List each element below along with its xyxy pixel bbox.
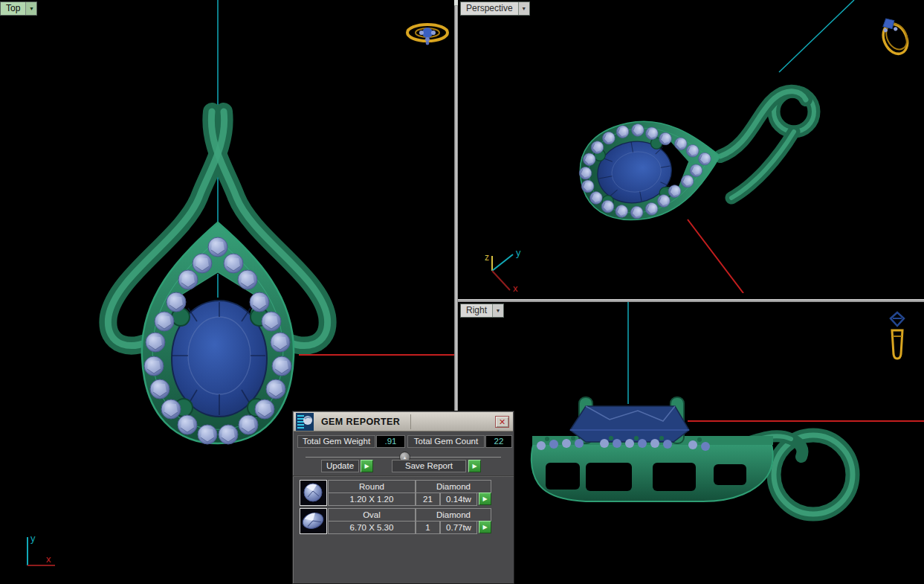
total-gem-weight-label: Total Gem Weight (297, 435, 375, 448)
viewport-label-top[interactable]: Top ▼ (0, 1, 37, 16)
viewport-label-perspective[interactable]: Perspective ▼ (460, 1, 530, 16)
gem-reporter-icon (296, 413, 314, 431)
gem-row-go-icon[interactable]: ▶ (479, 492, 491, 505)
gem-weight-cell: 0.77tw (440, 521, 477, 534)
dialog-divider (293, 475, 514, 477)
gem-shape-cell: Round (328, 480, 416, 493)
ring-perspective-icon (876, 13, 913, 57)
y-axis-label: y (516, 247, 521, 258)
gem-size-cell: 6.70 X 5.30 (328, 521, 416, 534)
close-icon[interactable]: ✕ (495, 416, 509, 428)
dialog-title: GEM REPORTER (321, 417, 400, 427)
save-report-go-icon[interactable]: ▶ (468, 460, 481, 472)
ring-side-view-icon (891, 312, 904, 359)
axis-indicator-top: y x (28, 533, 55, 565)
gem-thumbnail-oval (300, 508, 327, 534)
viewport-menu-dropdown-icon[interactable]: ▼ (492, 304, 503, 317)
gem-count-cell: 1 (416, 521, 440, 534)
total-gem-count-value: 22 (485, 435, 512, 448)
gem-type-cell: Diamond (416, 508, 491, 522)
gem-type-cell: Diamond (416, 480, 491, 493)
total-gem-count-label: Total Gem Count (407, 435, 485, 448)
gem-count-cell: 21 (416, 492, 440, 506)
pendant-perspective-view: z y x (458, 0, 924, 293)
x-axis-label: x (46, 553, 51, 565)
gem-reporter-dialog: GEM REPORTER ✕ Total Gem Weight .91 Tota… (292, 411, 514, 584)
ring-top-view-icon (407, 25, 448, 45)
gem-thumbnail-round (300, 480, 327, 506)
dialog-titlebar[interactable]: GEM REPORTER ✕ (294, 412, 513, 431)
construction-line-red (688, 219, 743, 293)
total-gem-weight-value: .91 (376, 435, 405, 448)
viewport-title: Perspective (461, 2, 518, 15)
viewport-menu-dropdown-icon[interactable]: ▼ (518, 2, 529, 15)
gem-table-row: Round Diamond 1.20 X 1.20 21 0.14tw ▶ (293, 479, 515, 507)
construction-line-teal (779, 0, 854, 72)
z-axis-label: z (485, 252, 489, 263)
viewport-label-right[interactable]: Right ▼ (460, 304, 504, 318)
pendant-side-body (532, 397, 853, 514)
gem-row-go-icon[interactable]: ▶ (479, 521, 491, 533)
titlebar-separator (410, 414, 411, 429)
gem-size-cell: 1.20 X 1.20 (328, 492, 416, 506)
update-button[interactable]: Update (321, 460, 359, 472)
x-axis-label: x (513, 283, 518, 293)
viewport-title: Top (1, 2, 25, 15)
application-window: y x Top ▼ (0, 0, 924, 584)
gem-shape-cell: Oval (328, 508, 416, 522)
y-axis-label: y (30, 533, 36, 544)
pendant-bail-perspective (720, 92, 814, 198)
gem-weight-cell: 0.14tw (440, 492, 477, 506)
viewport-right[interactable]: Right ▼ (458, 302, 924, 584)
update-go-icon[interactable]: ▶ (361, 460, 373, 472)
viewport-menu-dropdown-icon[interactable]: ▼ (25, 2, 36, 15)
gem-table-row: Oval Diamond 6.70 X 5.30 1 0.77tw ▶ (293, 507, 515, 536)
viewport-perspective[interactable]: z y x Perspective ▼ (458, 0, 924, 293)
axis-indicator-perspective: z y x (485, 247, 521, 293)
viewport-title: Right (461, 304, 492, 317)
pendant-side-view (458, 302, 924, 584)
save-report-button[interactable]: Save Report (392, 460, 466, 472)
